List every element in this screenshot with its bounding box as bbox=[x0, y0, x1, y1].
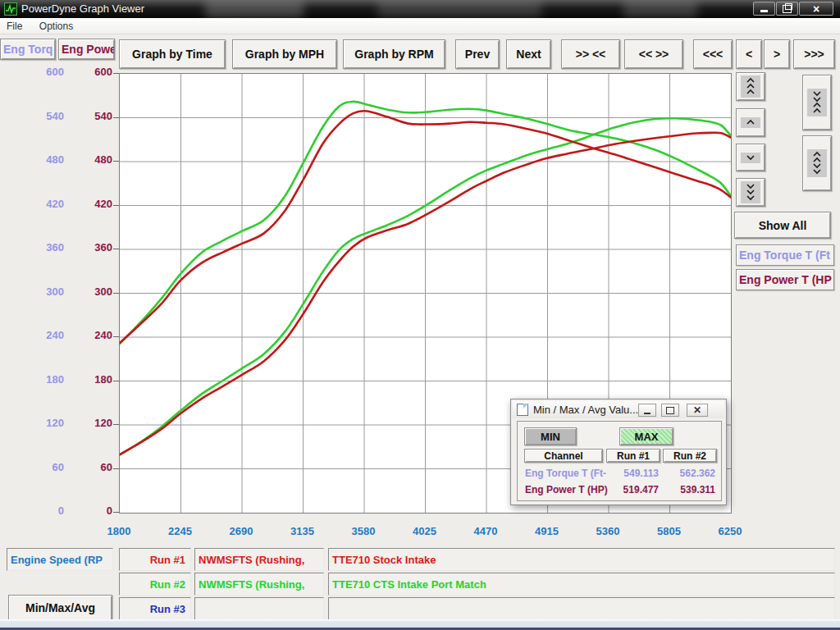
minmax-row-channel: Eng Torque T (Ft- bbox=[525, 468, 615, 479]
x-axis-tick: 4915 bbox=[521, 525, 573, 540]
toolbar-button-[interactable]: > bbox=[764, 39, 790, 69]
powerdyne-window: PowerDyne Graph Viewer × File Options En… bbox=[0, 0, 840, 630]
glass-smudge bbox=[205, 0, 304, 18]
y-axis-tick-torque: 300 bbox=[31, 285, 64, 300]
y-axis-tick-power: 240 bbox=[80, 329, 112, 344]
chevron-icon bbox=[807, 89, 827, 116]
legend-torque[interactable]: Eng Torque T (Ft bbox=[736, 244, 834, 266]
minmax-body: MIN MAX Channel Run #1 Run #2 Eng Torque… bbox=[517, 421, 722, 501]
column-header-run1[interactable]: Run #1 bbox=[606, 449, 660, 463]
y-axis-tick-mark bbox=[113, 424, 119, 425]
zoom-in-vertical-button[interactable] bbox=[802, 75, 832, 130]
y-axis-tick-power: 180 bbox=[80, 373, 112, 388]
x-axis-tick: 5360 bbox=[582, 525, 634, 540]
x-axis-tick: 2245 bbox=[154, 525, 207, 540]
y-axis-tick-power: 300 bbox=[80, 285, 112, 300]
y-axis-tick-mark bbox=[113, 336, 119, 337]
document-icon bbox=[517, 404, 528, 416]
legend-power[interactable]: Eng Power T (HP bbox=[736, 269, 834, 290]
close-icon[interactable]: × bbox=[799, 2, 833, 16]
minmax-row-run2-value: 539.311 bbox=[663, 484, 715, 495]
y-axis-tick-torque: 540 bbox=[31, 110, 64, 125]
y-axis-tick-torque: 600 bbox=[31, 66, 64, 80]
x-axis-tick: 4025 bbox=[399, 525, 451, 540]
toolbar-button-[interactable]: >> << bbox=[561, 39, 620, 69]
window-bottom-edge bbox=[0, 619, 840, 630]
y-axis-tick-torque: 120 bbox=[31, 417, 64, 431]
chevron-icon bbox=[741, 153, 760, 163]
run-file-field-1[interactable]: NWMSFTS (Rushing, bbox=[194, 548, 324, 571]
run-description-field-2[interactable]: TTE710 CTS Intake Port Match bbox=[328, 573, 835, 596]
toolbar-button-[interactable]: < bbox=[736, 39, 762, 69]
toolbar-button-graph-by-time[interactable]: Graph by Time bbox=[119, 39, 226, 69]
scroll-up-button[interactable] bbox=[736, 108, 765, 137]
y-axis-tick-power: 540 bbox=[80, 110, 112, 125]
chevron-icon bbox=[741, 181, 760, 203]
y-axis-tick-torque: 60 bbox=[31, 461, 64, 476]
y-axis-tick-mark bbox=[113, 293, 119, 294]
channel-button-power[interactable]: Eng Powe bbox=[58, 39, 115, 60]
channel-button-torque[interactable]: Eng Torq bbox=[0, 39, 56, 60]
scroll-up-fast-button[interactable] bbox=[736, 72, 765, 101]
minmax-title-bar[interactable]: Min / Max / Avg Valu... ✕ bbox=[513, 401, 724, 418]
run-file-field-2[interactable]: NWMSFTS (Rushing, bbox=[194, 573, 324, 596]
zoom-out-vertical-button[interactable] bbox=[802, 135, 832, 191]
y-axis-tick-power: 600 bbox=[80, 66, 112, 80]
run-description-field-3[interactable] bbox=[328, 597, 835, 620]
menu-bar: File Options bbox=[0, 18, 840, 34]
minmax-row-run1-value: 549.113 bbox=[606, 468, 659, 479]
y-axis-tick-power: 60 bbox=[80, 461, 112, 476]
y-axis-tick-mark bbox=[113, 73, 119, 74]
x-channel-field[interactable]: Engine Speed (RP bbox=[7, 548, 113, 571]
toolbar-button-[interactable]: >>> bbox=[793, 39, 835, 69]
scroll-down-fast-button[interactable] bbox=[736, 178, 765, 207]
chevron-icon bbox=[741, 75, 760, 98]
y-axis-tick-mark bbox=[113, 161, 119, 162]
y-axis-tick-mark bbox=[113, 381, 119, 381]
toolbar-button-graph-by-rpm[interactable]: Graph by RPM bbox=[343, 39, 445, 69]
minimize-icon[interactable] bbox=[638, 404, 656, 417]
max-button[interactable]: MAX bbox=[619, 427, 673, 445]
y-axis-tick-mark bbox=[113, 117, 119, 118]
y-axis-tick-mark bbox=[113, 249, 119, 249]
menu-file[interactable]: File bbox=[0, 19, 29, 34]
column-header-run2[interactable]: Run #2 bbox=[663, 449, 717, 463]
x-axis-tick: 4470 bbox=[459, 525, 512, 540]
y-axis-tick-torque: 0 bbox=[31, 504, 64, 519]
toolbar-button-graph-by-mph[interactable]: Graph by MPH bbox=[232, 39, 337, 69]
column-header-channel[interactable]: Channel bbox=[524, 449, 603, 463]
restore-icon[interactable] bbox=[776, 2, 798, 16]
close-icon[interactable]: ✕ bbox=[687, 404, 708, 417]
minmax-row-channel: Eng Power T (HP) bbox=[525, 484, 615, 495]
glass-smudge bbox=[623, 0, 697, 18]
x-axis-tick: 6250 bbox=[704, 525, 756, 540]
toolbar-button-next[interactable]: Next bbox=[506, 39, 551, 69]
x-axis-tick: 3135 bbox=[276, 525, 329, 540]
x-axis-tick: 5805 bbox=[643, 525, 696, 540]
min-button[interactable]: MIN bbox=[524, 427, 577, 445]
toolbar-button-[interactable]: << >> bbox=[624, 39, 683, 69]
x-axis-tick: 3580 bbox=[337, 525, 390, 540]
run-description-field-1[interactable]: TTE710 Stock Intake bbox=[328, 548, 835, 571]
x-axis-tick: 2690 bbox=[215, 525, 267, 540]
minimize-icon[interactable] bbox=[753, 2, 775, 16]
scroll-down-button[interactable] bbox=[736, 144, 765, 171]
x-channel-label: Engine Speed (RP bbox=[11, 554, 103, 566]
toolbar-button-prev[interactable]: Prev bbox=[455, 39, 500, 69]
y-axis-tick-torque: 240 bbox=[31, 329, 64, 344]
app-icon bbox=[4, 2, 17, 16]
minmax-window-title: Min / Max / Avg Valu... bbox=[533, 404, 638, 416]
restore-icon[interactable] bbox=[661, 404, 679, 417]
window-title: PowerDyne Graph Viewer bbox=[21, 2, 144, 15]
run-file-field-3[interactable] bbox=[194, 597, 324, 620]
run-label-2: Run #2 bbox=[119, 573, 191, 596]
minmax-window: Min / Max / Avg Valu... ✕ MIN MAX Channe… bbox=[510, 399, 727, 505]
toolbar-button-[interactable]: <<< bbox=[693, 39, 733, 69]
y-axis-tick-power: 480 bbox=[80, 153, 112, 168]
show-all-button[interactable]: Show All bbox=[734, 212, 831, 239]
title-bar[interactable]: PowerDyne Graph Viewer × bbox=[0, 0, 840, 18]
y-axis-tick-power: 0 bbox=[80, 504, 112, 519]
menu-options[interactable]: Options bbox=[33, 19, 80, 34]
minmaxavg-button[interactable]: Min/Max/Avg bbox=[8, 595, 112, 621]
run-label-1: Run #1 bbox=[119, 548, 191, 571]
